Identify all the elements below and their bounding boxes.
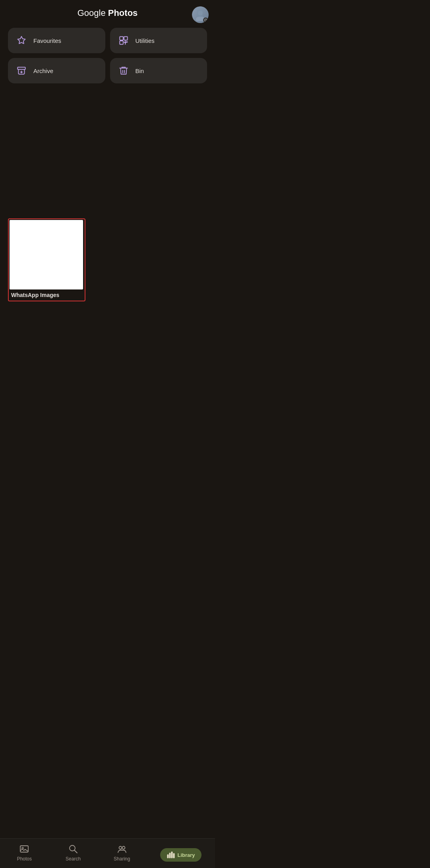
favourites-label: Favourites: [33, 37, 61, 44]
svg-rect-8: [120, 41, 123, 44]
album-thumbnail: [10, 220, 83, 289]
album-label: WhatsApp Images: [10, 289, 84, 300]
favourites-button[interactable]: Favourites: [8, 28, 105, 53]
svg-rect-6: [120, 37, 123, 40]
avatar[interactable]: [192, 6, 209, 23]
utilities-button[interactable]: Utilities: [110, 28, 207, 53]
svg-rect-7: [124, 37, 128, 40]
star-icon: [16, 35, 27, 46]
albums-section: WhatsApp Images: [0, 210, 215, 301]
svg-rect-9: [17, 67, 25, 69]
bin-button[interactable]: Bin: [110, 58, 207, 83]
app-title: Google Photos: [77, 8, 138, 18]
archive-icon: [16, 65, 27, 76]
header: Google Photos: [0, 0, 215, 25]
whatsapp-images-album[interactable]: WhatsApp Images: [8, 218, 85, 301]
utilities-label: Utilities: [136, 37, 155, 44]
archive-button[interactable]: Archive: [8, 58, 105, 83]
utilities-icon: [118, 35, 129, 46]
bin-label: Bin: [136, 68, 144, 74]
bottom-spacer: [0, 301, 215, 337]
quick-access-grid: Favourites Utilities Archive: [0, 25, 215, 91]
empty-space: [0, 91, 215, 210]
archive-label: Archive: [33, 68, 53, 74]
svg-rect-2: [197, 10, 203, 17]
bin-icon: [118, 65, 129, 76]
